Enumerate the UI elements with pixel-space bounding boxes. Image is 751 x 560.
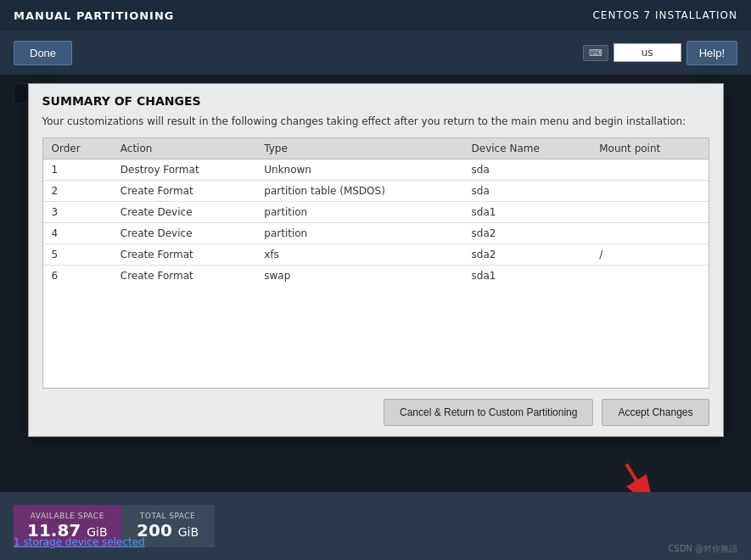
cell-device: sda [463, 159, 591, 180]
total-space-label: TOTAL SPACE [135, 512, 201, 520]
storage-device-link[interactable]: 1 storage device selected [14, 536, 145, 548]
table-row: 2Create Formatpartition table (MSDOS)sda [43, 180, 709, 201]
cell-order: 1 [43, 159, 112, 180]
accept-changes-button[interactable]: Accept Changes [602, 399, 709, 426]
table-header-row: Order Action Type Device Name Mount poin… [43, 138, 709, 160]
col-device: Device Name [463, 138, 591, 160]
cancel-button[interactable]: Cancel & Return to Custom Partitioning [384, 399, 593, 426]
cell-mount [591, 265, 708, 286]
table-row: 5Create Formatxfssda2/ [43, 244, 709, 265]
app-title: MANUAL PARTITIONING [14, 9, 174, 22]
cell-order: 3 [43, 201, 112, 222]
table-row: 1Destroy FormatUnknownsda [43, 159, 709, 180]
changes-table: Order Action Type Device Name Mount poin… [43, 138, 709, 286]
total-space-unit: GiB [178, 525, 199, 539]
cell-device: sda [463, 180, 591, 201]
table-empty-space [43, 286, 709, 388]
modal-footer: Cancel & Return to Custom Partitioning A… [29, 389, 723, 436]
main-content: ▼ New CentOS 7 Installation sda2 SUMMARY… [0, 75, 751, 560]
col-mount: Mount point [591, 138, 708, 160]
col-action: Action [112, 138, 255, 160]
cell-action: Create Device [112, 201, 255, 222]
cell-type: xfs [255, 244, 462, 265]
cell-order: 2 [43, 180, 112, 201]
cell-device: sda1 [463, 265, 591, 286]
cell-type: partition [255, 222, 462, 244]
col-order: Order [43, 138, 112, 160]
modal-subtitle: Your customizations will result in the f… [29, 111, 723, 137]
cell-mount [591, 201, 708, 222]
cell-order: 6 [43, 265, 112, 286]
cell-type: Unknown [255, 159, 462, 180]
bottom-bar: AVAILABLE SPACE 11.87 GiB TOTAL SPACE 20… [0, 492, 751, 560]
help-button[interactable]: Help! [687, 41, 737, 65]
top-bar: MANUAL PARTITIONING CENTOS 7 INSTALLATIO… [0, 0, 751, 31]
changes-table-wrapper: Order Action Type Device Name Mount poin… [42, 137, 709, 389]
cell-order: 4 [43, 222, 112, 244]
keyboard-lang[interactable]: us [614, 43, 681, 62]
header-row: Done ⌨ us Help! [0, 31, 751, 75]
cell-mount: / [591, 244, 708, 265]
cell-action: Destroy Format [112, 159, 255, 180]
cell-action: Create Format [112, 244, 255, 265]
cell-device: sda1 [463, 201, 591, 222]
table-row: 4Create Devicepartitionsda2 [43, 222, 709, 244]
table-row: 3Create Devicepartitionsda1 [43, 201, 709, 222]
cell-action: Create Format [112, 265, 255, 286]
cell-mount [591, 159, 708, 180]
installation-title: CENTOS 7 INSTALLATION [592, 9, 737, 21]
cell-type: swap [255, 265, 462, 286]
top-bar-right: CENTOS 7 INSTALLATION [592, 9, 737, 21]
available-space-label: AVAILABLE SPACE [27, 512, 108, 520]
cell-order: 5 [43, 244, 112, 265]
cell-mount [591, 180, 708, 201]
keyboard-select: ⌨ us Help! [583, 41, 737, 65]
cell-mount [591, 222, 708, 244]
table-row: 6Create Formatswapsda1 [43, 265, 709, 286]
done-button[interactable]: Done [14, 41, 72, 65]
col-type: Type [255, 138, 462, 160]
cell-device: sda2 [463, 222, 591, 244]
cell-device: sda2 [463, 244, 591, 265]
cell-type: partition [255, 201, 462, 222]
modal-title: SUMMARY OF CHANGES [29, 84, 723, 111]
cell-type: partition table (MSDOS) [255, 180, 462, 201]
summary-dialog: SUMMARY OF CHANGES Your customizations w… [28, 83, 724, 437]
cell-action: Create Format [112, 180, 255, 201]
keyboard-icon: ⌨ [583, 45, 608, 61]
cell-action: Create Device [112, 222, 255, 244]
watermark: CSDN @对你無語 [668, 543, 737, 555]
